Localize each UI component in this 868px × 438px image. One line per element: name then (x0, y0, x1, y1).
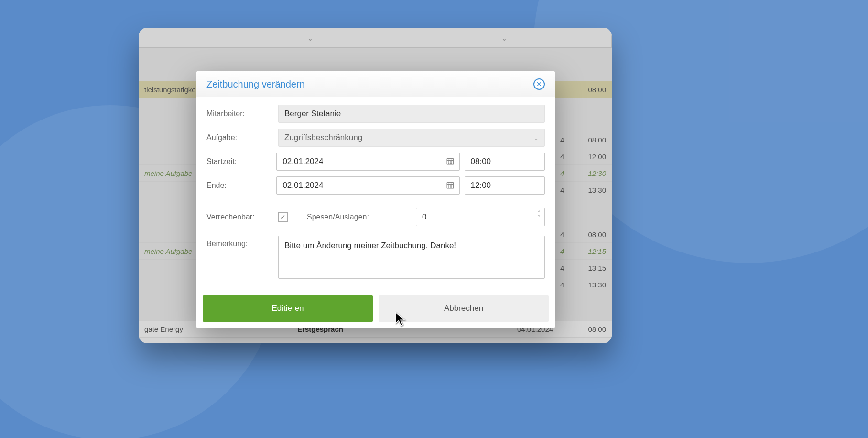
label-startzeit: Startzeit: (206, 157, 276, 166)
svg-point-9 (451, 163, 452, 164)
close-button[interactable]: ✕ (533, 78, 545, 90)
bemerkung-textarea[interactable] (278, 236, 545, 279)
spesen-input[interactable]: 0 ˄˅ (416, 208, 545, 226)
chevron-down-icon: ⌄ (534, 135, 539, 142)
label-mitarbeiter: Mitarbeiter: (206, 110, 278, 118)
svg-point-19 (451, 187, 452, 187)
label-bemerkung: Bemerkung: (206, 236, 278, 248)
svg-point-14 (448, 186, 449, 186)
label-spesen: Spesen/Auslagen: (307, 213, 369, 221)
svg-point-17 (448, 187, 449, 187)
end-date-value: 02.01.2024 (282, 181, 323, 190)
svg-point-7 (448, 163, 449, 164)
close-icon: ✕ (536, 80, 542, 88)
svg-point-4 (448, 162, 449, 162)
svg-point-15 (450, 186, 450, 186)
verrechenbar-checkbox[interactable]: ✓ (278, 212, 288, 222)
end-date-input[interactable]: 02.01.2024 (276, 176, 459, 195)
spinner-icon[interactable]: ˄˅ (538, 210, 541, 220)
calendar-icon[interactable] (446, 157, 455, 168)
label-aufgabe: Aufgabe: (206, 133, 278, 142)
svg-point-6 (451, 162, 452, 162)
mitarbeiter-field: Berger Stefanie (278, 105, 545, 123)
spesen-value: 0 (422, 212, 426, 221)
modal-title: Zeitbuchung verändern (206, 79, 305, 90)
start-date-input[interactable]: 02.01.2024 (276, 153, 459, 171)
time-booking-modal: Zeitbuchung verändern ✕ Mitarbeiter: Ber… (196, 71, 555, 328)
end-time-input[interactable]: 12:00 (465, 176, 545, 195)
svg-point-8 (450, 163, 450, 164)
modal-footer: Editieren Abbrechen (196, 286, 555, 328)
svg-point-18 (450, 187, 450, 187)
modal-header: Zeitbuchung verändern ✕ (196, 71, 555, 97)
check-icon: ✓ (280, 213, 286, 221)
aufgabe-select[interactable]: Zugriffsbeschränkung ⌄ (278, 129, 545, 147)
start-date-value: 02.01.2024 (282, 157, 323, 166)
label-verrechenbar: Verrechenbar: (206, 213, 278, 221)
cancel-button[interactable]: Abbrechen (379, 295, 549, 322)
svg-point-16 (451, 186, 452, 186)
label-ende: Ende: (206, 181, 276, 190)
svg-point-5 (450, 162, 450, 162)
aufgabe-value: Zugriffsbeschränkung (284, 133, 362, 142)
modal-body: Mitarbeiter: Berger Stefanie Aufgabe: Zu… (196, 97, 555, 286)
calendar-icon[interactable] (446, 181, 455, 192)
start-time-input[interactable]: 08:00 (465, 153, 545, 171)
submit-button[interactable]: Editieren (203, 295, 373, 322)
